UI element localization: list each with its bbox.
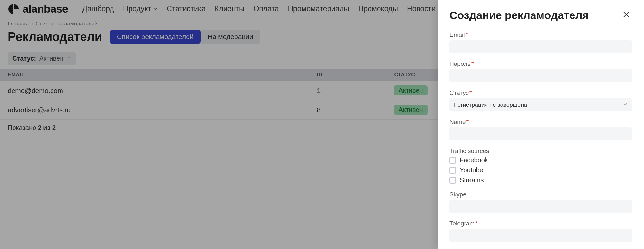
status-badge: Активен <box>394 105 427 115</box>
filter-key: Статус: <box>12 55 36 62</box>
status-badge: Активен <box>394 85 427 95</box>
chevron-down-icon <box>153 5 158 13</box>
nav-dashboard[interactable]: Дашборд <box>82 5 114 13</box>
svg-rect-1 <box>8 9 19 9</box>
label-skype: Skype <box>449 191 632 198</box>
brand-name: alanbase <box>23 3 68 15</box>
label-status: Статус* <box>449 89 632 96</box>
label-password: Пароль* <box>449 60 632 67</box>
filter-chip-status[interactable]: Статус: Активен <box>8 52 76 65</box>
tab-advertisers-list[interactable]: Список рекламодателей <box>110 30 201 44</box>
tab-group: Список рекламодателей На модерации <box>110 30 260 44</box>
cell-email: demo@demo.com <box>0 81 309 100</box>
chevron-down-icon <box>623 102 628 108</box>
traffic-option-facebook[interactable]: Facebook <box>449 156 632 164</box>
page-title: Рекламодатели <box>8 30 102 44</box>
cell-id: 8 <box>309 100 387 120</box>
cell-email: advertiser@advrts.ru <box>0 100 309 120</box>
nav-news[interactable]: Новости <box>407 5 436 13</box>
label-telegram: Telegram* <box>449 220 632 227</box>
logo-icon <box>8 3 19 15</box>
chevron-right-icon <box>31 21 34 27</box>
nav-links: Дашборд Продукт Статистика Клиенты Оплат… <box>82 5 474 13</box>
telegram-field[interactable] <box>449 229 632 242</box>
label-traffic-sources: Traffic sources <box>449 147 632 154</box>
cell-id: 1 <box>309 81 387 100</box>
th-email[interactable]: EMAIL <box>0 69 309 81</box>
nav-product[interactable]: Продукт <box>123 5 158 13</box>
name-field[interactable] <box>449 127 632 140</box>
filter-value: Активен <box>39 55 63 62</box>
breadcrumb-current: Список рекламодателей <box>36 21 98 27</box>
label-email: Email* <box>449 31 632 38</box>
th-id[interactable]: ID <box>309 69 387 81</box>
status-select[interactable]: Регистрация не завершена <box>449 98 632 111</box>
nav-payment[interactable]: Оплата <box>253 5 279 13</box>
close-icon[interactable] <box>67 56 71 62</box>
skype-field[interactable] <box>449 200 632 213</box>
traffic-sources-list: Facebook Youtube Streams <box>449 156 632 184</box>
traffic-option-youtube[interactable]: Youtube <box>449 166 632 174</box>
nav-promomaterials[interactable]: Промоматериалы <box>288 5 349 13</box>
traffic-option-streams[interactable]: Streams <box>449 176 632 184</box>
checkbox-icon[interactable] <box>449 157 456 164</box>
nav-statistics[interactable]: Статистика <box>167 5 206 13</box>
brand-logo[interactable]: alanbase <box>8 3 68 15</box>
nav-promocodes[interactable]: Промокоды <box>358 5 398 13</box>
status-select-value: Регистрация не завершена <box>454 102 527 108</box>
close-button[interactable] <box>620 8 632 22</box>
email-field[interactable] <box>449 40 632 53</box>
password-field[interactable] <box>449 69 632 82</box>
checkbox-icon[interactable] <box>449 177 456 184</box>
label-name: Name* <box>449 118 632 125</box>
create-advertiser-drawer: Создание рекламодателя Email* Пароль* Ст… <box>438 0 644 249</box>
drawer-title: Создание рекламодателя <box>449 9 589 22</box>
nav-clients[interactable]: Клиенты <box>215 5 244 13</box>
breadcrumb-home[interactable]: Главная <box>8 21 29 27</box>
tab-moderation[interactable]: На модерации <box>201 30 260 44</box>
checkbox-icon[interactable] <box>449 167 456 174</box>
